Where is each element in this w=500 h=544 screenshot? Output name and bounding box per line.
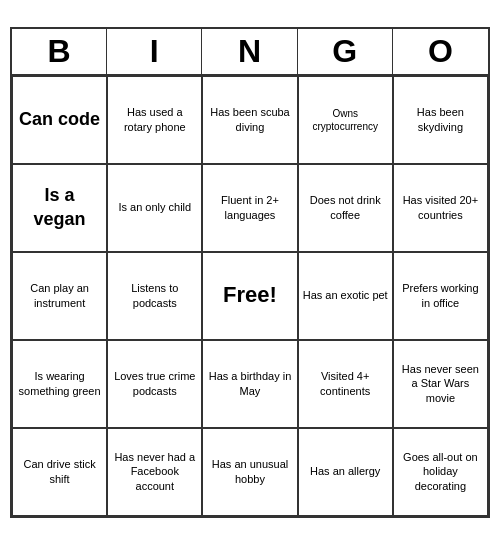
bingo-cell-10[interactable]: Can play an instrument [12, 252, 107, 340]
bingo-cell-9[interactable]: Has visited 20+ countries [393, 164, 488, 252]
bingo-cell-8[interactable]: Does not drink coffee [298, 164, 393, 252]
bingo-cell-13[interactable]: Has an exotic pet [298, 252, 393, 340]
bingo-cell-19[interactable]: Has never seen a Star Wars movie [393, 340, 488, 428]
bingo-letter-n: N [202, 29, 297, 74]
bingo-cell-4[interactable]: Has been skydiving [393, 76, 488, 164]
bingo-cell-7[interactable]: Fluent in 2+ languages [202, 164, 297, 252]
bingo-letter-o: O [393, 29, 488, 74]
bingo-cell-3[interactable]: Owns cryptocurrency [298, 76, 393, 164]
bingo-cell-0[interactable]: Can code [12, 76, 107, 164]
bingo-cell-14[interactable]: Prefers working in office [393, 252, 488, 340]
bingo-cell-24[interactable]: Goes all-out on holiday decorating [393, 428, 488, 516]
bingo-cell-12[interactable]: Free! [202, 252, 297, 340]
bingo-letter-i: I [107, 29, 202, 74]
bingo-card: BINGO Can codeHas used a rotary phoneHas… [10, 27, 490, 518]
bingo-cell-22[interactable]: Has an unusual hobby [202, 428, 297, 516]
bingo-letter-g: G [298, 29, 393, 74]
bingo-cell-15[interactable]: Is wearing something green [12, 340, 107, 428]
bingo-cell-20[interactable]: Can drive stick shift [12, 428, 107, 516]
bingo-cell-5[interactable]: Is a vegan [12, 164, 107, 252]
bingo-cell-16[interactable]: Loves true crime podcasts [107, 340, 202, 428]
bingo-cell-23[interactable]: Has an allergy [298, 428, 393, 516]
bingo-cell-11[interactable]: Listens to podcasts [107, 252, 202, 340]
bingo-letter-b: B [12, 29, 107, 74]
bingo-cell-1[interactable]: Has used a rotary phone [107, 76, 202, 164]
bingo-cell-6[interactable]: Is an only child [107, 164, 202, 252]
bingo-cell-17[interactable]: Has a birthday in May [202, 340, 297, 428]
bingo-header: BINGO [12, 29, 488, 76]
bingo-grid: Can codeHas used a rotary phoneHas been … [12, 76, 488, 516]
bingo-cell-2[interactable]: Has been scuba diving [202, 76, 297, 164]
bingo-cell-18[interactable]: Visited 4+ continents [298, 340, 393, 428]
bingo-cell-21[interactable]: Has never had a Facebook account [107, 428, 202, 516]
